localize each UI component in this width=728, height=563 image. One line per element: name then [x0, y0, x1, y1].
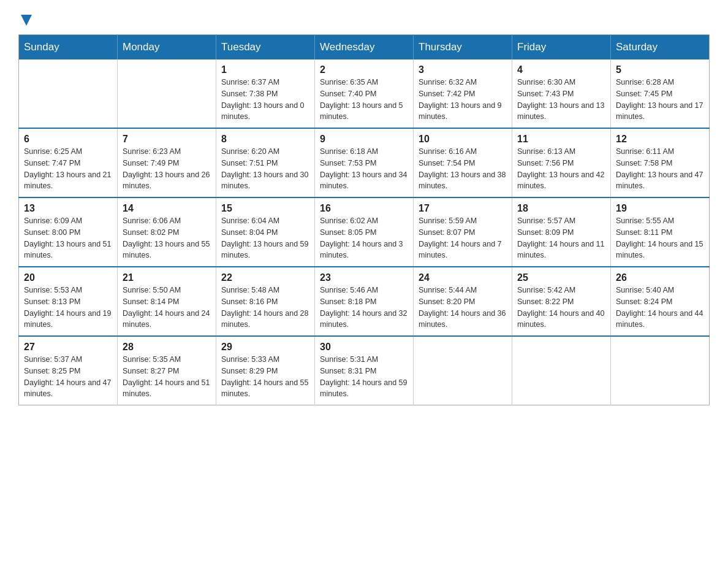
- day-info: Sunrise: 5:37 AMSunset: 8:25 PMDaylight:…: [24, 354, 112, 400]
- calendar-cell: 15Sunrise: 6:04 AMSunset: 8:04 PMDayligh…: [216, 197, 315, 267]
- calendar-cell: 11Sunrise: 6:13 AMSunset: 7:56 PMDayligh…: [512, 128, 611, 197]
- calendar-cell: 23Sunrise: 5:46 AMSunset: 8:18 PMDayligh…: [315, 267, 414, 336]
- day-number: 22: [221, 272, 309, 283]
- calendar-cell: 22Sunrise: 5:48 AMSunset: 8:16 PMDayligh…: [216, 267, 315, 336]
- calendar-cell: 13Sunrise: 6:09 AMSunset: 8:00 PMDayligh…: [19, 197, 118, 267]
- day-number: 3: [419, 64, 507, 75]
- week-row-4: 20Sunrise: 5:53 AMSunset: 8:13 PMDayligh…: [19, 267, 710, 336]
- calendar-cell: 28Sunrise: 5:35 AMSunset: 8:27 PMDayligh…: [118, 336, 216, 405]
- day-number: 10: [419, 134, 507, 145]
- day-info: Sunrise: 5:57 AMSunset: 8:09 PMDaylight:…: [517, 215, 605, 261]
- day-info: Sunrise: 5:42 AMSunset: 8:22 PMDaylight:…: [517, 285, 605, 331]
- day-info: Sunrise: 6:04 AMSunset: 8:04 PMDaylight:…: [221, 215, 309, 261]
- day-number: 1: [221, 64, 309, 75]
- day-info: Sunrise: 6:02 AMSunset: 8:05 PMDaylight:…: [320, 215, 408, 261]
- weekday-header-friday: Friday: [512, 35, 611, 60]
- day-info: Sunrise: 6:30 AMSunset: 7:43 PMDaylight:…: [517, 77, 605, 123]
- day-info: Sunrise: 5:53 AMSunset: 8:13 PMDaylight:…: [24, 285, 112, 331]
- calendar-cell: 4Sunrise: 6:30 AMSunset: 7:43 PMDaylight…: [512, 59, 611, 128]
- day-info: Sunrise: 5:44 AMSunset: 8:20 PMDaylight:…: [419, 285, 507, 331]
- day-number: 6: [24, 134, 112, 145]
- weekday-header-thursday: Thursday: [414, 35, 512, 60]
- page-header: [18, 12, 710, 25]
- day-number: 26: [616, 272, 704, 283]
- weekday-header-row: SundayMondayTuesdayWednesdayThursdayFrid…: [19, 35, 710, 60]
- day-info: Sunrise: 5:55 AMSunset: 8:11 PMDaylight:…: [616, 215, 704, 261]
- day-number: 23: [320, 272, 408, 283]
- calendar-cell: 30Sunrise: 5:31 AMSunset: 8:31 PMDayligh…: [315, 336, 414, 405]
- week-row-5: 27Sunrise: 5:37 AMSunset: 8:25 PMDayligh…: [19, 336, 710, 405]
- calendar-cell: 9Sunrise: 6:18 AMSunset: 7:53 PMDaylight…: [315, 128, 414, 197]
- day-number: 9: [320, 134, 408, 145]
- calendar-cell: 2Sunrise: 6:35 AMSunset: 7:40 PMDaylight…: [315, 59, 414, 128]
- day-number: 20: [24, 272, 112, 283]
- calendar-cell: [414, 336, 512, 405]
- calendar-cell: 29Sunrise: 5:33 AMSunset: 8:29 PMDayligh…: [216, 336, 315, 405]
- day-number: 4: [517, 64, 605, 75]
- weekday-header-saturday: Saturday: [611, 35, 710, 60]
- calendar-cell: 19Sunrise: 5:55 AMSunset: 8:11 PMDayligh…: [611, 197, 710, 267]
- day-info: Sunrise: 6:25 AMSunset: 7:47 PMDaylight:…: [24, 146, 112, 192]
- calendar-cell: 20Sunrise: 5:53 AMSunset: 8:13 PMDayligh…: [19, 267, 118, 336]
- day-info: Sunrise: 6:18 AMSunset: 7:53 PMDaylight:…: [320, 146, 408, 192]
- logo-icon: [20, 13, 33, 27]
- day-number: 2: [320, 64, 408, 75]
- day-info: Sunrise: 5:33 AMSunset: 8:29 PMDaylight:…: [221, 354, 309, 400]
- day-info: Sunrise: 6:20 AMSunset: 7:51 PMDaylight:…: [221, 146, 309, 192]
- day-info: Sunrise: 5:35 AMSunset: 8:27 PMDaylight:…: [123, 354, 211, 400]
- logo: [18, 12, 33, 25]
- day-number: 29: [221, 342, 309, 353]
- weekday-header-wednesday: Wednesday: [315, 35, 414, 60]
- calendar-cell: 14Sunrise: 6:06 AMSunset: 8:02 PMDayligh…: [118, 197, 216, 267]
- day-info: Sunrise: 6:16 AMSunset: 7:54 PMDaylight:…: [419, 146, 507, 192]
- day-number: 28: [123, 342, 211, 353]
- weekday-header-tuesday: Tuesday: [216, 35, 315, 60]
- calendar-cell: [118, 59, 216, 128]
- calendar-cell: 7Sunrise: 6:23 AMSunset: 7:49 PMDaylight…: [118, 128, 216, 197]
- day-info: Sunrise: 6:11 AMSunset: 7:58 PMDaylight:…: [616, 146, 704, 192]
- calendar-cell: 3Sunrise: 6:32 AMSunset: 7:42 PMDaylight…: [414, 59, 512, 128]
- calendar-table: SundayMondayTuesdayWednesdayThursdayFrid…: [18, 34, 710, 405]
- calendar-cell: [512, 336, 611, 405]
- day-info: Sunrise: 6:09 AMSunset: 8:00 PMDaylight:…: [24, 215, 112, 261]
- week-row-1: 1Sunrise: 6:37 AMSunset: 7:38 PMDaylight…: [19, 59, 710, 128]
- day-number: 30: [320, 342, 408, 353]
- calendar-cell: [611, 336, 710, 405]
- day-info: Sunrise: 6:13 AMSunset: 7:56 PMDaylight:…: [517, 146, 605, 192]
- calendar-cell: 27Sunrise: 5:37 AMSunset: 8:25 PMDayligh…: [19, 336, 118, 405]
- calendar-cell: 21Sunrise: 5:50 AMSunset: 8:14 PMDayligh…: [118, 267, 216, 336]
- calendar-cell: 6Sunrise: 6:25 AMSunset: 7:47 PMDaylight…: [19, 128, 118, 197]
- day-info: Sunrise: 5:40 AMSunset: 8:24 PMDaylight:…: [616, 285, 704, 331]
- day-info: Sunrise: 6:35 AMSunset: 7:40 PMDaylight:…: [320, 77, 408, 123]
- calendar-cell: 5Sunrise: 6:28 AMSunset: 7:45 PMDaylight…: [611, 59, 710, 128]
- day-number: 13: [24, 203, 112, 214]
- calendar-cell: 24Sunrise: 5:44 AMSunset: 8:20 PMDayligh…: [414, 267, 512, 336]
- day-number: 21: [123, 272, 211, 283]
- day-number: 12: [616, 134, 704, 145]
- svg-marker-0: [21, 15, 32, 26]
- day-info: Sunrise: 6:28 AMSunset: 7:45 PMDaylight:…: [616, 77, 704, 123]
- day-info: Sunrise: 5:50 AMSunset: 8:14 PMDaylight:…: [123, 285, 211, 331]
- calendar-cell: 1Sunrise: 6:37 AMSunset: 7:38 PMDaylight…: [216, 59, 315, 128]
- day-number: 11: [517, 134, 605, 145]
- calendar-cell: 25Sunrise: 5:42 AMSunset: 8:22 PMDayligh…: [512, 267, 611, 336]
- day-info: Sunrise: 5:48 AMSunset: 8:16 PMDaylight:…: [221, 285, 309, 331]
- week-row-2: 6Sunrise: 6:25 AMSunset: 7:47 PMDaylight…: [19, 128, 710, 197]
- day-info: Sunrise: 6:37 AMSunset: 7:38 PMDaylight:…: [221, 77, 309, 123]
- calendar-cell: 10Sunrise: 6:16 AMSunset: 7:54 PMDayligh…: [414, 128, 512, 197]
- weekday-header-monday: Monday: [118, 35, 216, 60]
- day-number: 5: [616, 64, 704, 75]
- day-number: 25: [517, 272, 605, 283]
- day-number: 18: [517, 203, 605, 214]
- day-info: Sunrise: 6:06 AMSunset: 8:02 PMDaylight:…: [123, 215, 211, 261]
- day-number: 8: [221, 134, 309, 145]
- day-number: 19: [616, 203, 704, 214]
- day-number: 14: [123, 203, 211, 214]
- week-row-3: 13Sunrise: 6:09 AMSunset: 8:00 PMDayligh…: [19, 197, 710, 267]
- day-number: 24: [419, 272, 507, 283]
- calendar-cell: 16Sunrise: 6:02 AMSunset: 8:05 PMDayligh…: [315, 197, 414, 267]
- calendar-cell: 12Sunrise: 6:11 AMSunset: 7:58 PMDayligh…: [611, 128, 710, 197]
- day-number: 7: [123, 134, 211, 145]
- day-info: Sunrise: 5:46 AMSunset: 8:18 PMDaylight:…: [320, 285, 408, 331]
- day-info: Sunrise: 5:59 AMSunset: 8:07 PMDaylight:…: [419, 215, 507, 261]
